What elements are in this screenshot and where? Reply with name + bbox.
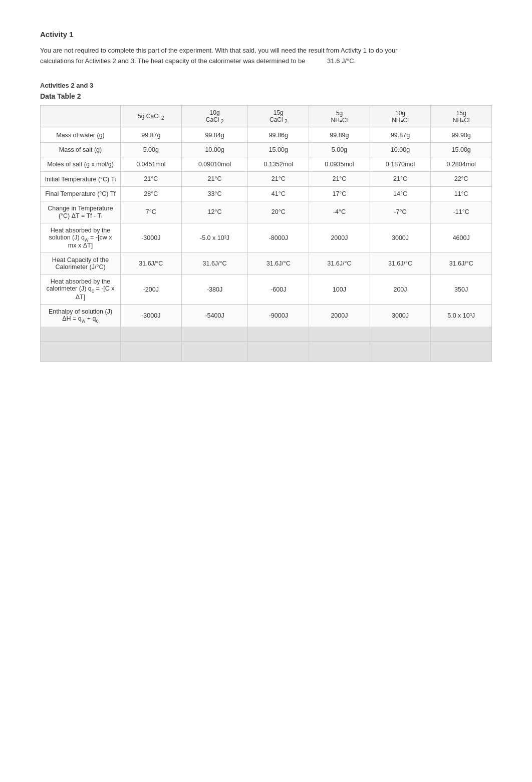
cell-value: 20°C xyxy=(248,201,309,223)
cell-value: -3000J xyxy=(121,223,182,253)
row-label: Initial Temperature (°C) Tᵢ xyxy=(41,171,121,186)
cell-value: 0.0451mol xyxy=(121,157,182,171)
blurred-extra-row: ........................................… xyxy=(41,342,492,362)
table-row: Enthalpy of solution (J) ΔH = qw + qc-30… xyxy=(41,304,492,327)
cell-value: 15.00g xyxy=(431,142,492,157)
cell-value: -5.0 x 10³J xyxy=(181,223,248,253)
cell-value: 11°C xyxy=(431,186,492,201)
table-row: Initial Temperature (°C) Tᵢ21°C21°C21°C2… xyxy=(41,171,492,186)
table-header-row: 5g CaCl 2 10gCaCl 2 15gCaCl 2 5gNH₄Cl 10… xyxy=(41,105,492,128)
row-label: Change in Temperature (°C) ΔT = Tf - Tᵢ xyxy=(41,201,121,223)
table-row: Change in Temperature (°C) ΔT = Tf - Tᵢ7… xyxy=(41,201,492,223)
cell-value: 5.00g xyxy=(309,142,370,157)
cell-value: 99.89g xyxy=(309,128,370,142)
table-row: Mass of salt (g)5.00g10.00g15.00g5.00g10… xyxy=(41,142,492,157)
cell-value: 99.87g xyxy=(370,128,431,142)
cell-value: -7°C xyxy=(370,201,431,223)
cell-value: 31.6J/°C xyxy=(248,253,309,275)
cell-value: -9000J xyxy=(248,304,309,327)
cell-value: 0.2804mol xyxy=(431,157,492,171)
cell-value: 2000J xyxy=(309,223,370,253)
cell-value: 21°C xyxy=(248,171,309,186)
cell-value: 4600J xyxy=(431,223,492,253)
cell-value: 28°C xyxy=(121,186,182,201)
row-label: Final Temperature (°C) Tf xyxy=(41,186,121,201)
cell-value: 99.87g xyxy=(121,128,182,142)
data-table: 5g CaCl 2 10gCaCl 2 15gCaCl 2 5gNH₄Cl 10… xyxy=(40,105,492,362)
cell-value: 21°C xyxy=(309,171,370,186)
table-row: Heat absorbed by the calorimeter (J) qc … xyxy=(41,275,492,305)
cell-value: 5.0 x 10³J xyxy=(431,304,492,327)
intro-paragraph: You are not required to complete this pa… xyxy=(40,46,431,67)
table-row: Enthalpy of solution (kJ)-3. kJ-5.4 kJ-9… xyxy=(41,327,492,342)
cell-value: 2. kJ xyxy=(309,327,370,342)
table-row: Final Temperature (°C) Tf28°C33°C41°C17°… xyxy=(41,186,492,201)
cell-value: 100J xyxy=(309,275,370,305)
cell-value: 31.6J/°C xyxy=(431,253,492,275)
cell-value: 14°C xyxy=(370,186,431,201)
cell-value: 22°C xyxy=(431,171,492,186)
cell-value: 10.00g xyxy=(181,142,248,157)
cell-value: 0.0935mol xyxy=(309,157,370,171)
cell-value: 99.86g xyxy=(248,128,309,142)
cell-value: -3. kJ xyxy=(121,327,182,342)
table-row: Heat absorbed by the solution (J) qw = -… xyxy=(41,223,492,253)
row-label: Mass of water (g) xyxy=(41,128,121,142)
cell-value: -600J xyxy=(248,275,309,305)
cell-value: 31.6J/°C xyxy=(370,253,431,275)
header-label-col xyxy=(41,105,121,128)
cell-value: -5400J xyxy=(181,304,248,327)
cell-value: 0.1870mol xyxy=(370,157,431,171)
data-table-label: Data Table 2 xyxy=(40,92,492,100)
cell-value: 41°C xyxy=(248,186,309,201)
col-header-4: 10gNH₄Cl xyxy=(370,105,431,128)
row-label: Enthalpy of solution (J) ΔH = qw + qc xyxy=(41,304,121,327)
cell-value: 15.00g xyxy=(248,142,309,157)
cell-value: 3000J xyxy=(370,304,431,327)
row-label: Enthalpy of solution (kJ) xyxy=(41,327,121,342)
col-header-5: 15gNH₄Cl xyxy=(431,105,492,128)
row-label: Heat Capacity of the Calorimeter (J/°C) xyxy=(41,253,121,275)
table-row: Moles of salt (g x mol/g)0.0451mol0.0901… xyxy=(41,157,492,171)
cell-value: 3. kJ xyxy=(370,327,431,342)
cell-value: -11°C xyxy=(431,201,492,223)
cell-value: 5.00g xyxy=(121,142,182,157)
cell-value: 10.00g xyxy=(370,142,431,157)
activities-label: Activities 2 and 3 xyxy=(40,82,492,89)
row-label: Moles of salt (g x mol/g) xyxy=(41,157,121,171)
cell-value: 21°C xyxy=(181,171,248,186)
cell-value: 33°C xyxy=(181,186,248,201)
row-label: Heat absorbed by the calorimeter (J) qc … xyxy=(41,275,121,305)
table-row: Mass of water (g)99.87g99.84g99.86g99.89… xyxy=(41,128,492,142)
cell-value: 99.84g xyxy=(181,128,248,142)
cell-value: 31.6J/°C xyxy=(181,253,248,275)
cell-value: 31.6J/°C xyxy=(121,253,182,275)
col-header-3: 5gNH₄Cl xyxy=(309,105,370,128)
row-label: Mass of salt (g) xyxy=(41,142,121,157)
cell-value: -4°C xyxy=(309,201,370,223)
cell-value: 0.1352mol xyxy=(248,157,309,171)
cell-value: 2000J xyxy=(309,304,370,327)
cell-value: 12°C xyxy=(181,201,248,223)
cell-value: 31.6J/°C xyxy=(309,253,370,275)
cell-value: 0.09010mol xyxy=(181,157,248,171)
col-header-2: 15gCaCl 2 xyxy=(248,105,309,128)
page-title: Activity 1 xyxy=(40,30,492,39)
cell-value: 21°C xyxy=(370,171,431,186)
cell-value: -380J xyxy=(181,275,248,305)
table-row: Heat Capacity of the Calorimeter (J/°C)3… xyxy=(41,253,492,275)
cell-value: 3000J xyxy=(370,223,431,253)
cell-value: -3000J xyxy=(121,304,182,327)
cell-value: -9. kJ xyxy=(248,327,309,342)
cell-value: 200J xyxy=(370,275,431,305)
cell-value: -5.4 kJ xyxy=(181,327,248,342)
cell-value: 21°C xyxy=(121,171,182,186)
col-header-1: 10gCaCl 2 xyxy=(181,105,248,128)
cell-value: 99.90g xyxy=(431,128,492,142)
cell-value: 17°C xyxy=(309,186,370,201)
col-header-0: 5g CaCl 2 xyxy=(121,105,182,128)
cell-value: -8000J xyxy=(248,223,309,253)
cell-value: -200J xyxy=(121,275,182,305)
cell-value: 350J xyxy=(431,275,492,305)
row-label: Heat absorbed by the solution (J) qw = -… xyxy=(41,223,121,253)
